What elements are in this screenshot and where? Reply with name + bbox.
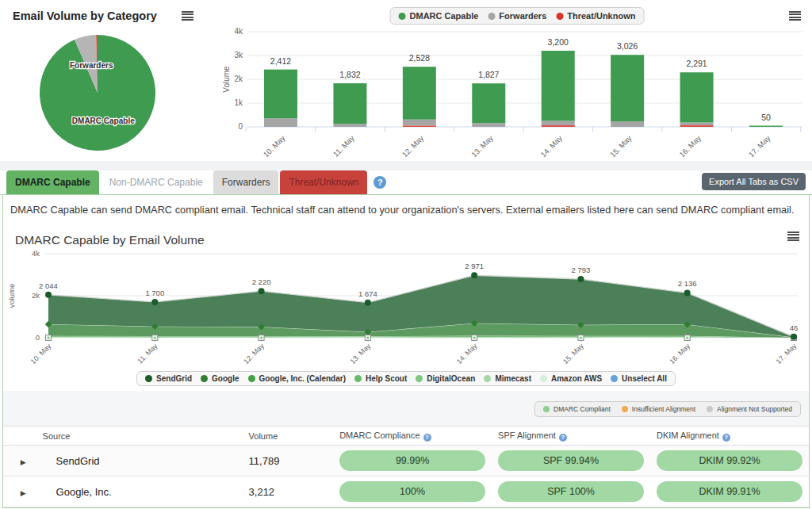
dmarc-compliance-help-icon[interactable]: ?	[423, 434, 431, 442]
svg-text:2,528: 2,528	[409, 53, 430, 63]
spf-alignment-pill[interactable]: SPF 99.94%	[498, 450, 644, 471]
tab-threat-unknown[interactable]: Threat/Unknown	[280, 170, 367, 194]
svg-text:2k: 2k	[234, 75, 243, 83]
tab-dmarc-capable[interactable]: DMARC Capable	[6, 170, 99, 194]
area-marker-circle[interactable]	[151, 299, 158, 305]
svg-text:1,832: 1,832	[339, 70, 360, 79]
area-marker-circle[interactable]	[791, 334, 797, 340]
bar-segment[interactable]	[403, 120, 436, 126]
table-header-row: Source Volume DMARC Compliance? SPF Alig…	[3, 427, 809, 446]
series-legend-item[interactable]: DigitalOcean	[416, 374, 475, 383]
row-expand-caret[interactable]: ▶	[21, 489, 26, 497]
bar-segment[interactable]	[680, 72, 714, 122]
dkim-alignment-help-icon[interactable]: ?	[722, 434, 730, 442]
legend-dot	[145, 375, 152, 382]
svg-text:17. May: 17. May	[775, 342, 799, 365]
svg-text:15. May: 15. May	[561, 342, 585, 365]
dkim-alignment-pill[interactable]: DKIM 99.92%	[657, 450, 802, 471]
series-legend-item[interactable]: Unselect All	[611, 374, 667, 383]
area-marker-circle[interactable]	[365, 300, 371, 306]
bar-segment[interactable]	[264, 118, 297, 127]
svg-text:1 674: 1 674	[358, 289, 377, 298]
legend-item-threat-unknown[interactable]: Threat/Unknown	[556, 11, 635, 21]
bar-segment[interactable]	[403, 67, 436, 120]
dmarc-compliance-pill[interactable]: 99.99%	[339, 450, 485, 471]
compliance-legend: DMARC CompliantInsufficient AlignmentAli…	[534, 401, 801, 417]
area-marker-circle[interactable]	[577, 276, 584, 282]
area-chart-menu-icon[interactable]	[787, 232, 799, 241]
area-marker-circle[interactable]	[471, 272, 477, 278]
legend-item-forwarders[interactable]: Forwarders	[488, 11, 546, 21]
bar-segment[interactable]	[749, 126, 783, 127]
bar-chart-legend: DMARC CapableForwardersThreat/Unknown	[390, 7, 645, 25]
volume-cell: 3,212	[249, 476, 334, 507]
bar-segment[interactable]	[542, 121, 575, 125]
svg-text:46: 46	[790, 323, 799, 332]
pie-chart-title: Email Volume by Category	[13, 10, 157, 22]
legend-dot	[543, 406, 550, 412]
row-expand-caret[interactable]: ▶	[21, 458, 26, 466]
tab-non-dmarc-capable[interactable]: Non-DMARC Capable	[101, 170, 212, 194]
legend-dot	[611, 375, 618, 382]
compliance-legend-item: Insufficient Alignment	[622, 405, 695, 413]
legend-item-dmarc-capable[interactable]: DMARC Capable	[399, 11, 479, 21]
svg-text:10. May: 10. May	[29, 342, 53, 365]
pie-slice-label: DMARC Capable	[72, 117, 135, 125]
series-legend-item[interactable]: SendGrid	[145, 374, 192, 383]
tab-bar: DMARC Capable Non-DMARC Capable Forwarde…	[0, 170, 812, 195]
legend-dot	[399, 13, 406, 20]
bar-segment[interactable]	[333, 124, 366, 127]
pie-chart-card: Email Volume by Category DMARC CapableFo…	[0, 0, 222, 161]
bar-segment[interactable]	[680, 125, 714, 127]
dkim-alignment-pill[interactable]: DKIM 99.91%	[657, 481, 802, 502]
export-csv-button[interactable]: Export All Tabs as CSV	[702, 173, 806, 190]
tabs-help-icon[interactable]: ?	[373, 176, 386, 189]
table-row: ▶SendGrid11,78999.99%SPF 99.94%DKIM 99.9…	[3, 446, 809, 476]
svg-text:2 793: 2 793	[572, 266, 591, 274]
series-legend-item[interactable]: Google	[201, 374, 239, 383]
svg-text:15. May: 15. May	[608, 133, 634, 159]
section-divider	[0, 161, 812, 170]
area-marker-circle[interactable]	[684, 289, 691, 296]
bar-segment[interactable]	[542, 51, 575, 121]
svg-text:0: 0	[36, 333, 40, 342]
bar-segment[interactable]	[264, 70, 297, 119]
tab-forwarders[interactable]: Forwarders	[213, 170, 279, 194]
series-legend-item[interactable]: Google, Inc. (Calendar)	[248, 374, 346, 383]
bar-chart-menu-icon[interactable]	[789, 11, 801, 21]
svg-text:2k: 2k	[32, 291, 40, 300]
sources-table: Source Volume DMARC Compliance? SPF Alig…	[3, 426, 809, 507]
area-marker-circle[interactable]	[259, 288, 265, 294]
bar-segment[interactable]	[611, 121, 644, 127]
bar-segment[interactable]	[333, 83, 366, 124]
legend-dot	[556, 13, 563, 20]
bar-segment[interactable]	[542, 125, 575, 127]
series-legend-item[interactable]: Mimecast	[484, 374, 531, 383]
spf-alignment-pill[interactable]: SPF 100%	[498, 481, 644, 502]
bar-segment[interactable]	[403, 125, 436, 127]
bar-segment[interactable]	[472, 123, 505, 127]
svg-text:11. May: 11. May	[136, 342, 159, 365]
source-cell: SendGrid	[36, 446, 249, 476]
col-header-spf-alignment: SPF Alignment?	[492, 427, 650, 446]
compliance-legend-item: DMARC Compliant	[543, 405, 611, 413]
tab-content-panel: DMARC Capable can send DMARC compliant e…	[2, 195, 810, 508]
bar-segment[interactable]	[472, 83, 505, 123]
svg-text:Volume: Volume	[222, 66, 231, 93]
col-header-dkim-alignment: DKIM Alignment?	[650, 427, 809, 446]
legend-dot	[707, 406, 713, 412]
compliance-legend-band: DMARC CompliantInsufficient AlignmentAli…	[3, 391, 809, 426]
volume-cell: 11,789	[249, 446, 334, 476]
dmarc-compliance-pill[interactable]: 100%	[339, 481, 485, 502]
pie-chart-menu-icon[interactable]	[182, 11, 193, 21]
bar-segment[interactable]	[680, 122, 714, 125]
svg-text:2 220: 2 220	[252, 277, 271, 286]
legend-dot	[484, 375, 491, 382]
legend-dot	[622, 406, 628, 412]
area-marker-circle[interactable]	[45, 292, 52, 298]
series-legend-item[interactable]: Help Scout	[354, 374, 407, 383]
svg-text:2 044: 2 044	[39, 281, 58, 290]
bar-segment[interactable]	[611, 55, 644, 121]
series-legend-item[interactable]: Amazon AWS	[540, 374, 602, 383]
spf-alignment-help-icon[interactable]: ?	[559, 434, 567, 442]
